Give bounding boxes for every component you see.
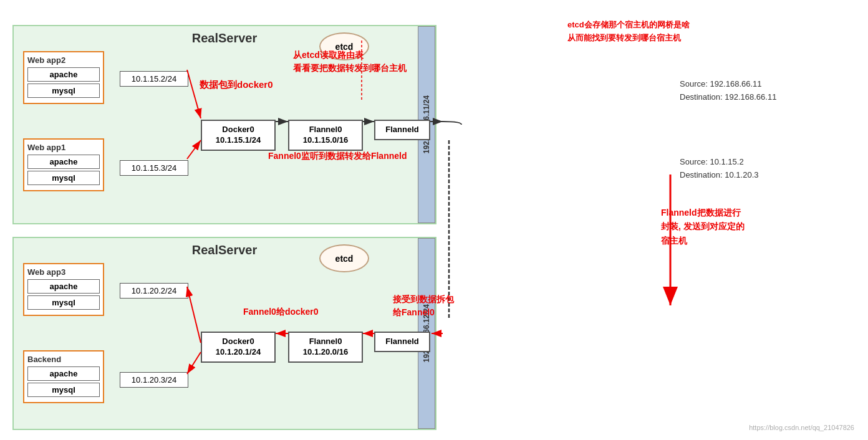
top-docker0: Docker0 10.1.15.1/24 <box>201 120 276 151</box>
webapp3-apache: apache <box>27 279 100 294</box>
source2-label: Source: 10.1.15.2 <box>680 156 758 169</box>
webapp1-mysql: mysql <box>27 171 100 185</box>
backend-mysql: mysql <box>27 383 100 397</box>
webapp1-title: Web app1 <box>27 143 100 152</box>
top-flanneld: Flanneld <box>374 120 430 140</box>
annotation-fannel0-docker0: Fannel0给docker0 <box>243 305 319 318</box>
backend-apache: apache <box>27 366 100 381</box>
watermark: https://blog.csdn.net/qq_21047826 <box>749 424 854 431</box>
annotation-receive-unpack: 接受到数据拆包给Fannel0 <box>393 293 454 319</box>
bottom-ip2: 10.1.20.3/24 <box>120 372 188 388</box>
dest1-label: Destination: 192.168.66.11 <box>680 91 776 104</box>
webapp3-title: Web app3 <box>27 267 100 277</box>
bottom-flanneld: Flanneld <box>374 332 430 352</box>
annotation-etcd-store: etcd会存储那个宿主机的网桥是啥从而能找到要转发到哪台宿主机 <box>567 19 690 45</box>
top-ip1: 10.1.15.2/24 <box>120 71 188 87</box>
annotation-data-to-docker0: 数据包到docker0 <box>200 78 273 92</box>
top-server-label: RealServer <box>192 31 258 45</box>
top-flannel0: Flannel0 10.1.15.0/16 <box>288 120 363 151</box>
webapp2-mysql: mysql <box>27 84 100 98</box>
annotation-read-route: 从etcd读取路由表看看要把数据转发到哪台主机 <box>293 49 407 75</box>
info-source1: Source: 192.168.66.11 Destination: 192.1… <box>680 78 776 104</box>
bottom-server-label: RealServer <box>192 243 258 257</box>
info-source2: Source: 10.1.15.2 Destination: 10.1.20.3 <box>680 156 758 182</box>
webapp3-box: Web app3 apache mysql <box>23 263 104 316</box>
top-ip2: 10.1.15.3/24 <box>120 160 188 176</box>
webapp2-title: Web app2 <box>27 55 100 65</box>
bottom-server: 192.168.66.12/24 RealServer Web app3 apa… <box>12 237 436 430</box>
dest2-label: Destination: 10.1.20.3 <box>680 169 758 182</box>
diagram: 192.168.66.11/24 RealServer Web app2 apa… <box>6 6 861 434</box>
bottom-docker0: Docker0 10.1.20.1/24 <box>201 332 276 363</box>
webapp1-apache: apache <box>27 155 100 169</box>
webapp2-box: Web app2 apache mysql <box>23 51 104 104</box>
bottom-etcd: etcd <box>319 244 369 272</box>
webapp1-box: Web app1 apache mysql <box>23 138 104 191</box>
backend-box: Backend apache mysql <box>23 350 104 403</box>
webapp2-apache: apache <box>27 67 100 82</box>
bottom-ip1: 10.1.20.2/24 <box>120 283 188 299</box>
bottom-flannel0: Flannel0 10.1.20.0/16 <box>288 332 363 363</box>
annotation-fannel0-listen: Fannel0监听到数据转发给Flanneld <box>268 150 407 163</box>
backend-title: Backend <box>27 355 100 364</box>
webapp3-mysql: mysql <box>27 295 100 310</box>
annotation-flanneld-encap: Flanneld把数据进行封装, 发送到对应定的宿主机 <box>661 206 745 247</box>
source1-label: Source: 192.168.66.11 <box>680 78 776 91</box>
